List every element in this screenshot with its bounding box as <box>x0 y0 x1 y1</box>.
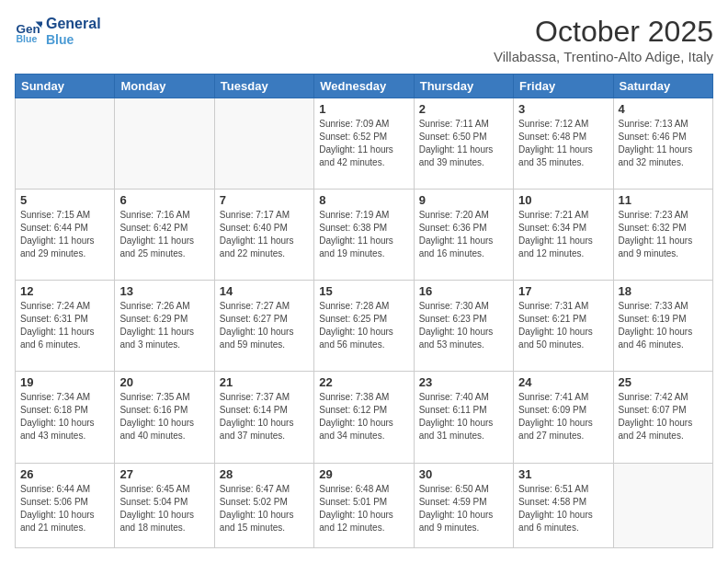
day-info: Sunrise: 7:33 AM Sunset: 6:19 PM Dayligh… <box>619 300 708 351</box>
day-number: 5 <box>20 193 109 207</box>
day-info: Sunrise: 7:42 AM Sunset: 6:07 PM Dayligh… <box>619 391 708 442</box>
day-number: 12 <box>20 284 109 298</box>
day-info: Sunrise: 7:34 AM Sunset: 6:18 PM Dayligh… <box>20 391 109 442</box>
calendar-header-row: SundayMondayTuesdayWednesdayThursdayFrid… <box>16 75 713 98</box>
day-cell: 3Sunrise: 7:12 AM Sunset: 6:48 PM Daylig… <box>514 98 613 190</box>
week-row-2: 5Sunrise: 7:15 AM Sunset: 6:44 PM Daylig… <box>16 190 713 281</box>
day-info: Sunrise: 6:47 AM Sunset: 5:02 PM Dayligh… <box>220 483 309 534</box>
week-row-3: 12Sunrise: 7:24 AM Sunset: 6:31 PM Dayli… <box>16 281 713 372</box>
day-info: Sunrise: 7:37 AM Sunset: 6:14 PM Dayligh… <box>220 391 309 442</box>
day-info: Sunrise: 7:11 AM Sunset: 6:50 PM Dayligh… <box>419 118 508 169</box>
day-number: 17 <box>518 284 608 298</box>
day-cell: 17Sunrise: 7:31 AM Sunset: 6:21 PM Dayli… <box>514 281 613 372</box>
day-cell: 15Sunrise: 7:28 AM Sunset: 6:25 PM Dayli… <box>314 281 414 372</box>
day-cell: 8Sunrise: 7:19 AM Sunset: 6:38 PM Daylig… <box>314 190 414 281</box>
day-cell: 2Sunrise: 7:11 AM Sunset: 6:50 PM Daylig… <box>414 98 513 190</box>
day-info: Sunrise: 6:50 AM Sunset: 4:59 PM Dayligh… <box>419 483 508 534</box>
day-number: 10 <box>518 193 608 207</box>
day-cell: 6Sunrise: 7:16 AM Sunset: 6:42 PM Daylig… <box>115 190 214 281</box>
day-info: Sunrise: 6:48 AM Sunset: 5:01 PM Dayligh… <box>319 483 408 534</box>
day-cell: 20Sunrise: 7:35 AM Sunset: 6:16 PM Dayli… <box>115 372 214 463</box>
day-number: 21 <box>220 375 309 389</box>
day-info: Sunrise: 7:28 AM Sunset: 6:25 PM Dayligh… <box>319 300 408 351</box>
day-cell: 23Sunrise: 7:40 AM Sunset: 6:11 PM Dayli… <box>414 372 513 463</box>
day-cell: 24Sunrise: 7:41 AM Sunset: 6:09 PM Dayli… <box>514 372 613 463</box>
day-number: 16 <box>419 284 508 298</box>
day-number: 28 <box>220 467 309 481</box>
day-cell: 7Sunrise: 7:17 AM Sunset: 6:40 PM Daylig… <box>214 190 313 281</box>
day-info: Sunrise: 7:17 AM Sunset: 6:40 PM Dayligh… <box>220 209 309 260</box>
day-info: Sunrise: 7:20 AM Sunset: 6:36 PM Dayligh… <box>419 209 508 260</box>
day-info: Sunrise: 7:30 AM Sunset: 6:23 PM Dayligh… <box>419 300 508 351</box>
day-cell: 19Sunrise: 7:34 AM Sunset: 6:18 PM Dayli… <box>16 372 115 463</box>
day-info: Sunrise: 6:44 AM Sunset: 5:06 PM Dayligh… <box>20 483 109 534</box>
day-number: 18 <box>619 284 708 298</box>
col-header-tuesday: Tuesday <box>214 75 313 98</box>
day-info: Sunrise: 7:38 AM Sunset: 6:12 PM Dayligh… <box>319 391 408 442</box>
day-number: 9 <box>419 193 508 207</box>
day-number: 7 <box>220 193 309 207</box>
day-number: 1 <box>319 102 408 116</box>
day-number: 20 <box>119 375 209 389</box>
day-number: 29 <box>319 467 408 481</box>
day-cell: 1Sunrise: 7:09 AM Sunset: 6:52 PM Daylig… <box>314 98 414 190</box>
day-cell <box>115 98 214 190</box>
day-cell: 22Sunrise: 7:38 AM Sunset: 6:12 PM Dayli… <box>314 372 414 463</box>
day-info: Sunrise: 7:19 AM Sunset: 6:38 PM Dayligh… <box>319 209 408 260</box>
day-cell <box>16 98 115 190</box>
day-info: Sunrise: 7:35 AM Sunset: 6:16 PM Dayligh… <box>119 391 209 442</box>
col-header-saturday: Saturday <box>613 75 712 98</box>
day-cell: 13Sunrise: 7:26 AM Sunset: 6:29 PM Dayli… <box>115 281 214 372</box>
day-number: 19 <box>20 375 109 389</box>
day-info: Sunrise: 7:26 AM Sunset: 6:29 PM Dayligh… <box>119 300 209 351</box>
day-number: 2 <box>419 102 508 116</box>
day-number: 22 <box>319 375 408 389</box>
col-header-thursday: Thursday <box>414 75 513 98</box>
day-cell: 16Sunrise: 7:30 AM Sunset: 6:23 PM Dayli… <box>414 281 513 372</box>
day-number: 25 <box>619 375 708 389</box>
day-cell: 25Sunrise: 7:42 AM Sunset: 6:07 PM Dayli… <box>613 372 712 463</box>
day-cell: 18Sunrise: 7:33 AM Sunset: 6:19 PM Dayli… <box>613 281 712 372</box>
day-cell <box>613 463 712 547</box>
day-cell: 5Sunrise: 7:15 AM Sunset: 6:44 PM Daylig… <box>16 190 115 281</box>
day-info: Sunrise: 7:09 AM Sunset: 6:52 PM Dayligh… <box>319 118 408 169</box>
day-info: Sunrise: 7:41 AM Sunset: 6:09 PM Dayligh… <box>518 391 608 442</box>
col-header-monday: Monday <box>115 75 214 98</box>
day-cell: 26Sunrise: 6:44 AM Sunset: 5:06 PM Dayli… <box>16 463 115 547</box>
day-cell: 30Sunrise: 6:50 AM Sunset: 4:59 PM Dayli… <box>414 463 513 547</box>
day-cell: 14Sunrise: 7:27 AM Sunset: 6:27 PM Dayli… <box>214 281 313 372</box>
day-info: Sunrise: 7:40 AM Sunset: 6:11 PM Dayligh… <box>419 391 508 442</box>
day-number: 23 <box>419 375 508 389</box>
page-header: Gen Blue General Blue October 2025 Villa… <box>15 15 713 64</box>
day-cell <box>214 98 313 190</box>
week-row-1: 1Sunrise: 7:09 AM Sunset: 6:52 PM Daylig… <box>16 98 713 190</box>
day-number: 14 <box>220 284 309 298</box>
week-row-4: 19Sunrise: 7:34 AM Sunset: 6:18 PM Dayli… <box>16 372 713 463</box>
day-cell: 27Sunrise: 6:45 AM Sunset: 5:04 PM Dayli… <box>115 463 214 547</box>
day-info: Sunrise: 6:45 AM Sunset: 5:04 PM Dayligh… <box>119 483 209 534</box>
day-info: Sunrise: 7:27 AM Sunset: 6:27 PM Dayligh… <box>220 300 309 351</box>
day-cell: 9Sunrise: 7:20 AM Sunset: 6:36 PM Daylig… <box>414 190 513 281</box>
subtitle: Villabassa, Trentino-Alto Adige, Italy <box>494 49 713 64</box>
svg-text:Blue: Blue <box>17 33 38 44</box>
day-cell: 10Sunrise: 7:21 AM Sunset: 6:34 PM Dayli… <box>514 190 613 281</box>
day-number: 15 <box>319 284 408 298</box>
day-cell: 12Sunrise: 7:24 AM Sunset: 6:31 PM Dayli… <box>16 281 115 372</box>
day-number: 6 <box>119 193 209 207</box>
day-cell: 31Sunrise: 6:51 AM Sunset: 4:58 PM Dayli… <box>514 463 613 547</box>
day-cell: 29Sunrise: 6:48 AM Sunset: 5:01 PM Dayli… <box>314 463 414 547</box>
day-number: 3 <box>518 102 608 116</box>
logo-icon: Gen Blue <box>15 17 42 45</box>
calendar-table: SundayMondayTuesdayWednesdayThursdayFrid… <box>15 74 713 548</box>
day-info: Sunrise: 7:12 AM Sunset: 6:48 PM Dayligh… <box>518 118 608 169</box>
day-number: 13 <box>119 284 209 298</box>
main-title: October 2025 <box>494 15 713 49</box>
logo: Gen Blue General Blue <box>15 15 101 48</box>
day-info: Sunrise: 7:23 AM Sunset: 6:32 PM Dayligh… <box>619 209 708 260</box>
day-cell: 28Sunrise: 6:47 AM Sunset: 5:02 PM Dayli… <box>214 463 313 547</box>
title-area: October 2025 Villabassa, Trentino-Alto A… <box>494 15 713 64</box>
day-info: Sunrise: 6:51 AM Sunset: 4:58 PM Dayligh… <box>518 483 608 534</box>
day-cell: 4Sunrise: 7:13 AM Sunset: 6:46 PM Daylig… <box>613 98 712 190</box>
logo-text-line1: General <box>46 15 101 32</box>
day-cell: 11Sunrise: 7:23 AM Sunset: 6:32 PM Dayli… <box>613 190 712 281</box>
